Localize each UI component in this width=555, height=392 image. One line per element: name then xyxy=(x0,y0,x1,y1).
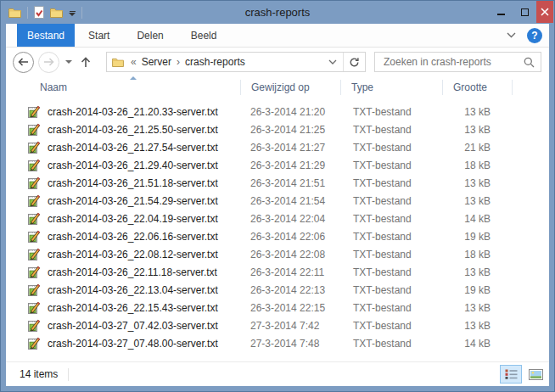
file-size: 13 kB xyxy=(436,124,492,136)
table-row[interactable]: crash-2014-03-26_21.29.40-server.txt26-3… xyxy=(6,156,549,174)
file-modified: 26-3-2014 21:20 xyxy=(239,106,343,118)
back-arrow-icon xyxy=(18,58,29,66)
file-name: crash-2014-03-26_22.13.04-server.txt xyxy=(48,284,239,296)
text-file-icon xyxy=(27,319,48,333)
file-size: 13 kB xyxy=(436,266,492,278)
file-size: 13 kB xyxy=(436,106,492,118)
folder-icon[interactable] xyxy=(50,8,63,18)
column-header-grootte[interactable]: Grootte xyxy=(443,76,513,98)
navigation-bar: « Server › crash-reports xyxy=(6,48,549,76)
search-box xyxy=(374,52,541,72)
text-file-icon xyxy=(27,283,41,297)
view-mode-buttons xyxy=(500,365,547,384)
address-history-dropdown[interactable] xyxy=(322,53,343,71)
text-file-icon xyxy=(27,337,41,350)
file-size: 18 kB xyxy=(436,249,492,260)
file-size: 18 kB xyxy=(436,160,492,171)
close-icon xyxy=(541,8,549,16)
help-button[interactable]: ? xyxy=(527,28,542,43)
text-file-icon xyxy=(27,176,41,190)
file-size: 13 kB xyxy=(436,177,492,189)
search-input[interactable] xyxy=(382,55,524,69)
file-size: 14 kB xyxy=(436,213,492,225)
text-file-icon xyxy=(27,266,48,279)
file-type: TXT-bestand xyxy=(343,213,436,225)
table-row[interactable]: crash-2014-03-26_21.27.54-server.txt26-3… xyxy=(6,138,549,156)
file-type: TXT-bestand xyxy=(343,284,436,296)
table-row[interactable]: crash-2014-03-26_21.20.33-server.txt26-3… xyxy=(6,103,549,120)
properties-check-icon[interactable] xyxy=(34,6,44,19)
breadcrumb-item-crash-reports[interactable]: crash-reports xyxy=(182,56,248,68)
column-header-naam[interactable]: Naam xyxy=(29,76,241,98)
tab-delen[interactable]: Delen xyxy=(123,24,177,47)
tab-bestand[interactable]: Bestand xyxy=(17,24,75,47)
refresh-icon xyxy=(349,57,360,68)
column-header-gewijzigd-op[interactable]: Gewijzigd op xyxy=(241,76,341,98)
window-controls xyxy=(489,1,553,23)
tab-beeld[interactable]: Beeld xyxy=(177,24,231,47)
file-name: crash-2014-03-26_21.25.50-server.txt xyxy=(48,124,239,136)
refresh-button[interactable] xyxy=(343,53,365,71)
ribbon-tab-bar: Bestand Start Delen Beeld ? xyxy=(6,24,549,48)
file-size: 13 kB xyxy=(436,302,492,314)
file-modified: 26-3-2014 22:15 xyxy=(239,302,343,314)
file-type: TXT-bestand xyxy=(343,124,436,136)
minimize-button[interactable] xyxy=(489,1,513,23)
file-type: TXT-bestand xyxy=(343,338,436,350)
table-row[interactable]: crash-2014-03-26_21.54.29-server.txt26-3… xyxy=(6,192,549,210)
table-row[interactable]: crash-2014-03-27_07.42.03-server.txt27-3… xyxy=(6,316,549,334)
table-row[interactable]: crash-2014-03-26_21.25.50-server.txt26-3… xyxy=(6,120,549,138)
up-button[interactable] xyxy=(79,56,92,68)
text-file-icon xyxy=(27,337,48,350)
minimize-icon xyxy=(497,14,505,15)
text-file-icon xyxy=(27,230,41,244)
up-arrow-icon xyxy=(80,56,92,68)
text-file-icon xyxy=(27,176,48,190)
forward-button[interactable] xyxy=(38,52,59,73)
file-type: TXT-bestand xyxy=(343,266,436,278)
file-list: crash-2014-03-26_21.20.33-server.txt26-3… xyxy=(6,98,549,352)
titlebar[interactable]: crash-reports xyxy=(1,1,554,24)
search-icon[interactable] xyxy=(524,57,535,68)
file-type: TXT-bestand xyxy=(343,320,436,332)
table-row[interactable]: crash-2014-03-26_22.15.43-server.txt26-3… xyxy=(6,299,549,316)
column-header-type[interactable]: Type xyxy=(341,76,443,98)
folder-icon[interactable] xyxy=(8,8,21,18)
thumbnail-view-icon xyxy=(529,369,543,380)
file-name: crash-2014-03-27_07.48.00-server.txt xyxy=(48,338,239,350)
window-body: Bestand Start Delen Beeld ? xyxy=(6,24,549,386)
thumbnail-view-button[interactable] xyxy=(524,365,547,384)
customize-toolbar-dropdown-icon[interactable] xyxy=(69,9,76,16)
file-size: 13 kB xyxy=(436,195,492,207)
table-row[interactable]: crash-2014-03-26_22.11.18-server.txt26-3… xyxy=(6,263,549,281)
breadcrumb-separator-icon[interactable]: › xyxy=(174,56,182,68)
details-view-button[interactable] xyxy=(500,365,522,384)
text-file-icon xyxy=(27,319,41,333)
table-row[interactable]: crash-2014-03-26_22.04.19-server.txt26-3… xyxy=(6,210,549,227)
maximize-button[interactable] xyxy=(513,1,536,23)
status-separator xyxy=(68,368,69,381)
file-modified: 26-3-2014 21:27 xyxy=(239,142,343,154)
collapse-ribbon-chevron-icon[interactable] xyxy=(507,32,516,38)
table-row[interactable]: crash-2014-03-26_22.13.04-server.txt26-3… xyxy=(6,281,549,299)
file-size: 21 kB xyxy=(436,142,492,154)
toolbar-separator xyxy=(81,7,82,19)
file-name: crash-2014-03-26_21.20.33-server.txt xyxy=(48,106,239,118)
breadcrumb-overflow-icon[interactable]: « xyxy=(128,56,139,68)
back-button[interactable] xyxy=(13,52,34,73)
address-bar[interactable]: « Server › crash-reports xyxy=(106,52,366,72)
text-file-icon xyxy=(27,123,41,137)
text-file-icon xyxy=(27,212,41,226)
quick-access-toolbar xyxy=(8,1,82,24)
window-title: crash-reports xyxy=(77,1,478,24)
breadcrumb-item-server[interactable]: Server xyxy=(139,56,174,68)
table-row[interactable]: crash-2014-03-26_22.06.16-server.txt26-3… xyxy=(6,227,549,245)
table-row[interactable]: crash-2014-03-26_21.51.18-server.txt26-3… xyxy=(6,174,549,192)
file-size: 19 kB xyxy=(436,284,492,296)
close-button[interactable] xyxy=(536,1,553,23)
table-row[interactable]: crash-2014-03-27_07.48.00-server.txt27-3… xyxy=(6,334,549,352)
file-name: crash-2014-03-26_21.54.29-server.txt xyxy=(48,195,239,207)
tab-start[interactable]: Start xyxy=(75,24,123,47)
table-row[interactable]: crash-2014-03-26_22.08.12-server.txt26-3… xyxy=(6,245,549,263)
recent-locations-dropdown-icon[interactable] xyxy=(65,60,72,64)
